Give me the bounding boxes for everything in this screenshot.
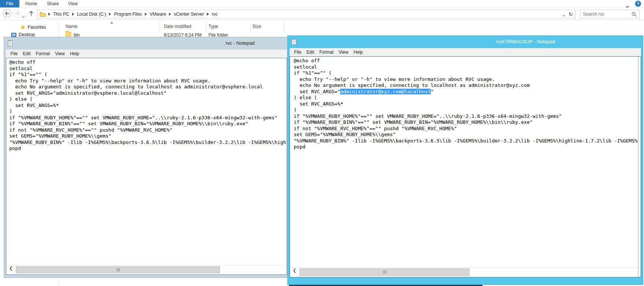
- favorites-label: Favorites: [28, 25, 46, 30]
- column-header-date-modified[interactable]: Date modified: [164, 24, 191, 29]
- breadcrumb-item[interactable]: VMware: [148, 12, 168, 17]
- column-separator: [206, 22, 206, 31]
- text-line: echo Try "--help" or "-h" to view more i…: [294, 76, 638, 83]
- sort-ascending-icon: [110, 22, 113, 23]
- scroll-left-arrow-icon[interactable]: ❮: [7, 265, 16, 274]
- text-line: setlocal: [294, 64, 638, 70]
- content-right-border: [638, 57, 638, 277]
- notepad-icon: [291, 38, 297, 45]
- breadcrumb-item[interactable]: vCenter Server: [172, 12, 206, 17]
- ribbon-tab-home[interactable]: Home: [22, 0, 41, 7]
- breadcrumb-item[interactable]: Local Disk (C:): [75, 12, 108, 17]
- breadcrumb-separator-icon: [48, 13, 50, 16]
- window-title: rvcFORBACKUP - Notepad: [496, 39, 555, 44]
- title-bar[interactable]: rvc - Notepad: [4, 37, 289, 50]
- recent-locations-dropdown[interactable]: [22, 12, 24, 19]
- search-icon: [632, 12, 637, 17]
- scrollbar-grip-icon: [385, 270, 385, 274]
- ribbon-tab-view[interactable]: View: [64, 0, 82, 7]
- search-input[interactable]: [583, 11, 629, 17]
- back-icon: [5, 12, 9, 15]
- selected-text: administrator@xyz.com@localhost: [340, 89, 431, 94]
- text-line: set RVC_ARGS=%*: [294, 101, 638, 107]
- text-line: ): [9, 109, 286, 115]
- text-line: echo No argument is specified, connectin…: [294, 82, 638, 89]
- notepad-icon: [7, 40, 13, 47]
- search-box: [580, 10, 640, 19]
- window-title: rvc - Notepad: [226, 40, 255, 46]
- file-name: bin: [74, 32, 80, 38]
- menu-item-format[interactable]: Format: [33, 51, 52, 56]
- menu-item-edit[interactable]: Edit: [304, 50, 317, 55]
- scroll-left-arrow-icon[interactable]: ❮: [290, 268, 299, 277]
- breadcrumb-separator-icon: [145, 13, 147, 16]
- text-line: if "%VMWARE_RUBY_HOME%"=="" set VMWARE_R…: [294, 113, 638, 120]
- text-line: if "%1"=="" (: [9, 72, 286, 78]
- text-line: @echo off: [9, 59, 286, 66]
- text-line: set RVC_ARGS=%*: [9, 103, 286, 109]
- menu-item-format[interactable]: Format: [317, 50, 336, 55]
- up-button[interactable]: [29, 10, 34, 17]
- column-separator: [250, 22, 251, 31]
- column-header-size[interactable]: Size: [252, 24, 261, 29]
- menu-item-help[interactable]: Help: [67, 51, 82, 56]
- text-line: popd: [9, 145, 286, 152]
- text-line: ): [294, 107, 638, 113]
- text-line: echo No argument is specified, connectin…: [9, 84, 286, 90]
- up-icon: [29, 11, 34, 16]
- text-line: set RVC_ARGS="administrator@xyz.com@loca…: [294, 89, 638, 95]
- breadcrumb-item[interactable]: This PC: [51, 12, 71, 17]
- navigation-bar: This PCLocal Disk (C:)Program FilesVMwar…: [0, 8, 644, 20]
- scrollbar-thumb[interactable]: [16, 266, 220, 273]
- menu-bar: FileEditFormatViewHelp: [6, 50, 287, 58]
- back-button[interactable]: [3, 9, 11, 18]
- title-bar[interactable]: rvcFORBACKUP - Notepad: [288, 36, 643, 48]
- horizontal-scrollbar[interactable]: ❮: [7, 265, 286, 274]
- menu-item-view[interactable]: View: [336, 50, 351, 55]
- menu-item-file[interactable]: File: [8, 51, 20, 56]
- text-line: set GEMS="%VMWARE_RUBY_HOME%\\gems": [294, 132, 638, 138]
- scrollbar-thumb[interactable]: [300, 268, 469, 276]
- horizontal-scrollbar[interactable]: ❮: [290, 267, 638, 277]
- breadcrumb-separator-icon: [72, 13, 74, 16]
- ribbon-tab-bar: FileHomeShareView ?: [0, 0, 644, 7]
- menu-item-view[interactable]: View: [52, 51, 67, 56]
- sidebar-item-favorites[interactable]: ★ Favorites: [20, 24, 46, 31]
- text-line: if not "%VMWARE_RVC_HOME%"=="" pushd "%V…: [9, 127, 286, 133]
- text-line: "%VMWARE_RUBY_BIN%" -Ilib -I%GEMS%\backp…: [9, 139, 286, 146]
- address-dropdown-chevron-icon[interactable]: [563, 11, 565, 18]
- ribbon-tab-share[interactable]: Share: [43, 0, 63, 7]
- ribbon-tab-file[interactable]: File: [0, 0, 19, 7]
- file-type: File folder: [208, 32, 228, 38]
- folder-icon: [66, 32, 71, 38]
- breadcrumb-item[interactable]: Program Files: [112, 12, 144, 17]
- text-line: echo Try "--help" or "-h" to view more i…: [9, 78, 286, 84]
- text-line: @echo off: [294, 58, 638, 64]
- menu-item-file[interactable]: File: [291, 50, 304, 55]
- text-line: set RVC_ARGS="administrator@vsphere.loca…: [9, 90, 286, 97]
- column-header-name[interactable]: Name: [66, 24, 77, 29]
- text-line: set GEMS="%VMWARE_RUBY_HOME%\\gems": [9, 133, 286, 139]
- text-line: "%VMWARE_RUBY_BIN%" -Ilib -I%GEMS%\backp…: [294, 138, 638, 144]
- menu-item-edit[interactable]: Edit: [20, 51, 33, 56]
- column-separator: [160, 22, 160, 31]
- scrollbar-grip-icon: [118, 268, 118, 271]
- refresh-icon[interactable]: ↻: [568, 11, 573, 17]
- column-separator: [284, 22, 284, 31]
- ribbon-minimize-chevron-icon[interactable]: [626, 2, 629, 5]
- text-editor-area[interactable]: @echo offsetlocalif "%1"=="" ( echo Try …: [6, 58, 287, 275]
- breadcrumb-separator-icon: [169, 13, 171, 16]
- text-line: if not "%VMWARE_RVC_HOME%"=="" pushd "%V…: [294, 126, 638, 132]
- menu-item-help[interactable]: Help: [351, 50, 366, 55]
- column-header-type[interactable]: Type: [208, 24, 218, 29]
- text-editor-area[interactable]: @echo offsetlocalif "%1"=="" ( echo Try …: [290, 56, 641, 277]
- address-bar[interactable]: This PCLocal Disk (C:)Program FilesVMwar…: [37, 10, 576, 19]
- text-line: if "%VMWARE_RUBY_BIN%"=="" set VMWARE_RU…: [294, 119, 638, 126]
- breadcrumb-separator-icon: [207, 13, 209, 16]
- text-line: ) else (: [9, 96, 286, 103]
- forward-button[interactable]: [13, 9, 21, 18]
- notepad-window-rvc: rvc - Notepad FileEditFormatViewHelp @ec…: [4, 37, 289, 277]
- document-text: @echo offsetlocalif "%1"=="" ( echo Try …: [9, 59, 286, 264]
- help-icon[interactable]: ?: [635, 1, 641, 7]
- breadcrumb-item[interactable]: rvc: [210, 12, 220, 17]
